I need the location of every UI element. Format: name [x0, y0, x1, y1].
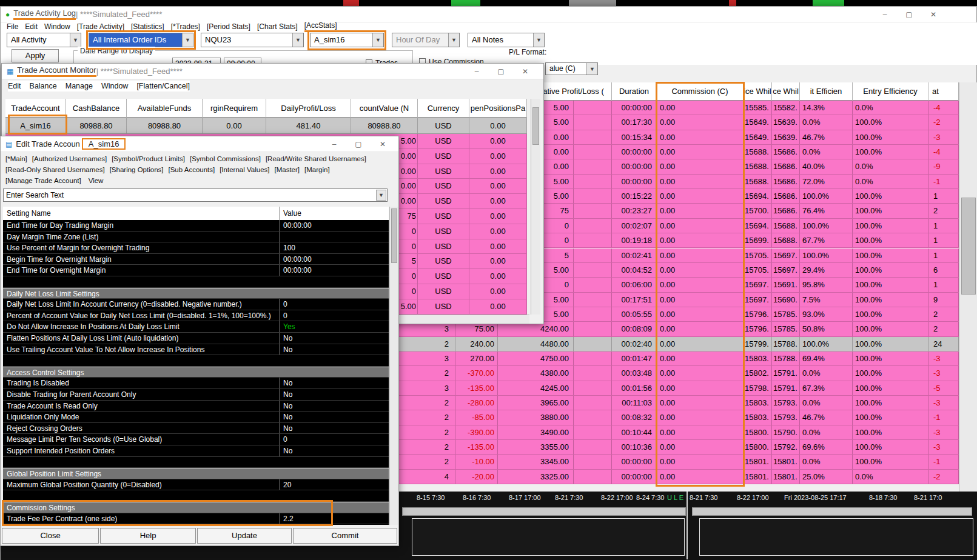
trade-row[interactable]: 2-390.003490.0000:10:440.0015800.15790.0…	[398, 425, 959, 440]
settings-row[interactable]: Daily Net Loss Limit In Account Currency…	[3, 299, 389, 310]
monitor-titlebar[interactable]: ▦ Trade Account Monitor | ****Simulated_…	[2, 64, 543, 79]
menu-item[interactable]: [Chart Stats]	[257, 22, 298, 31]
settings-row[interactable]: Day Margin Time Zone (List)	[3, 232, 389, 243]
menu-item[interactable]: [AccStats]	[304, 21, 337, 32]
menu-item[interactable]: Edit	[25, 22, 38, 31]
settings-row[interactable]: Message Limit Per Ten Seconds (0=Use Glo…	[3, 434, 389, 445]
menu-item[interactable]: Window	[101, 82, 128, 90]
settings-row[interactable]: Disable Trading for Parent Account OnlyN…	[3, 389, 389, 401]
menu-item[interactable]: [Period Stats]	[207, 22, 250, 31]
column-header[interactable]: TradeAccount	[5, 99, 66, 118]
dropdown-arrow-icon[interactable]: ▼	[448, 33, 459, 47]
help-button[interactable]: Help	[100, 528, 196, 544]
scrollbar-thumb[interactable]	[391, 208, 397, 263]
apply-button[interactable]: Apply	[12, 49, 59, 62]
settings-row[interactable]: Flatten Positions At Daily Loss Limit (A…	[3, 333, 389, 344]
menu-item[interactable]: Edit	[8, 82, 21, 90]
menu-item[interactable]: [Margin]	[304, 166, 330, 173]
minimize-icon[interactable]: –	[873, 7, 897, 22]
column-header[interactable]: countValue (N	[351, 99, 418, 118]
settings-row[interactable]	[3, 355, 389, 367]
column-header[interactable]: penPositionsPa	[469, 99, 527, 118]
settings-row[interactable]: Use Percent of Margin for Overnight Trad…	[3, 242, 389, 254]
dropdown-arrow-icon[interactable]: ▼	[182, 33, 193, 47]
settings-row[interactable]: Trade Account Is Read OnlyNo	[3, 401, 389, 412]
settings-row[interactable]: Reject Crossing OrdersNo	[3, 423, 389, 435]
column-header[interactable]: ce Whil	[772, 82, 800, 101]
update-button[interactable]: Update	[197, 528, 292, 544]
menu-item[interactable]: Manage	[65, 82, 93, 90]
settings-row[interactable]: Access Control Settings	[3, 367, 389, 378]
column-header[interactable]: ative Profit/Loss (	[536, 82, 612, 101]
trade-row[interactable]: 3-135.004245.0000:01:560.0015798.15791.6…	[398, 381, 959, 396]
close-icon[interactable]: ✕	[513, 64, 537, 79]
menu-item[interactable]: [Master]	[274, 166, 300, 173]
menu-item[interactable]: [Read-Only Shared Usernames]	[5, 166, 105, 173]
edit-account-titlebar[interactable]: ▤ Edit Trade Accoun A_sim16 – ▢ ✕	[1, 136, 398, 152]
close-button[interactable]: Close	[2, 528, 99, 544]
menu-item[interactable]: [Statistics]	[131, 22, 164, 31]
activity-filter-combo[interactable]: All Activity ▼	[7, 33, 81, 47]
menu-item[interactable]: [Symbol/Product Limits]	[112, 155, 185, 162]
settings-row[interactable]	[3, 457, 389, 468]
settings-row[interactable]: Maximum Global Position Quantity (0=Disa…	[3, 479, 389, 491]
column-header[interactable]: ice Whil	[744, 82, 772, 101]
close-icon[interactable]: ✕	[371, 136, 395, 152]
column-header[interactable]: Commission (C)	[657, 82, 744, 101]
vertical-scrollbar[interactable]	[389, 207, 398, 525]
menu-item[interactable]: [Read/Write Shared Usernames]	[266, 155, 366, 162]
menu-item[interactable]: [Authorized Usernames]	[32, 155, 107, 162]
settings-row[interactable]: Global Position Limit Settings	[3, 468, 389, 479]
column-header[interactable]: rginRequirem	[203, 99, 266, 118]
dropdown-arrow-icon[interactable]: ▼	[376, 190, 386, 201]
column-header[interactable]: it Efficien	[800, 82, 853, 101]
menu-item[interactable]: [Manage Trade Account]	[5, 177, 81, 184]
trade-row[interactable]: 2-370.004380.0000:03:480.0015802.15791.0…	[398, 366, 959, 381]
trade-row[interactable]: 2-280.003965.0000:11:030.0015803.15793.0…	[398, 396, 959, 410]
menu-item[interactable]: [Sub Accounts]	[169, 166, 215, 173]
menu-item[interactable]: Balance	[30, 82, 57, 90]
account-row-selected[interactable]: A_sim1680988.8080988.800.00481.4080988.8…	[5, 118, 527, 134]
maximize-icon[interactable]: ▢	[346, 136, 371, 152]
dropdown-arrow-icon[interactable]: ▼	[586, 63, 597, 75]
dropdown-arrow-icon[interactable]: ▼	[533, 33, 544, 47]
pl-format-combo[interactable]: alue (C) ▼	[545, 62, 598, 75]
settings-row[interactable]	[3, 490, 389, 502]
vertical-scrollbar[interactable]	[531, 99, 540, 315]
maximize-icon[interactable]: ▢	[489, 64, 513, 79]
menu-item[interactable]: [Trade Activity]	[77, 22, 124, 31]
menu-item[interactable]: [Internal Values]	[220, 166, 269, 173]
settings-row[interactable]: Begin Time for Overnight Margin00:00:00	[3, 254, 389, 265]
settings-row[interactable]: Do Not Allow Increase In Positions At Da…	[3, 321, 389, 333]
column-header[interactable]: Currency	[418, 99, 469, 118]
settings-row[interactable]: Trade Fee Per Contract (one side)2.2	[3, 513, 389, 525]
menu-item[interactable]: [*Main]	[5, 155, 27, 162]
trade-row[interactable]: 2-135.003355.0000:10:360.0015800.15792.6…	[398, 440, 959, 455]
settings-row[interactable]: Daily Net Loss Limit Settings	[3, 288, 389, 299]
menu-item[interactable]: [Symbol Commissions]	[190, 155, 261, 162]
settings-row[interactable]: End Time for Day Trading Margin00:00:00	[3, 220, 389, 232]
minimize-icon[interactable]: –	[465, 64, 489, 79]
column-header[interactable]: at	[928, 82, 959, 101]
column-header[interactable]: Entry Efficiency	[853, 82, 928, 101]
settings-row[interactable]: Commission Settings	[3, 502, 389, 513]
dropdown-arrow-icon[interactable]: ▼	[372, 33, 383, 47]
scrollbar-thumb[interactable]	[532, 107, 539, 145]
horizontal-scrollbar[interactable]	[402, 507, 686, 516]
column-header[interactable]: CashBalance	[66, 99, 127, 118]
maximize-icon[interactable]: ▢	[897, 7, 921, 22]
order-ids-combo[interactable]: All Internal Order IDs ▼	[89, 33, 193, 47]
settings-row[interactable]: Use Trailing Account Value To Not Allow …	[3, 344, 389, 356]
settings-row[interactable]	[3, 276, 389, 288]
horizontal-scrollbar[interactable]	[692, 507, 972, 516]
trade-row[interactable]: 2-10.003345.0000:00:000.0015801.15801.0.…	[398, 455, 959, 469]
menu-item[interactable]: [*Trades]	[171, 22, 200, 31]
settings-row[interactable]: End Time for Overnight Margin00:00:00	[3, 265, 389, 276]
settings-row[interactable]: Support Intended Position OrdersNo	[3, 445, 389, 457]
menu-item[interactable]: [Sharing Options]	[110, 166, 164, 173]
menu-item[interactable]: File	[7, 22, 18, 31]
account-combo[interactable]: A_sim16 ▼	[310, 33, 384, 47]
search-input[interactable]	[3, 188, 388, 202]
dropdown-arrow-icon[interactable]: ▼	[70, 33, 81, 47]
trade-row[interactable]: 2240.004480.0000:02:400.0015799.15788.10…	[398, 337, 959, 352]
